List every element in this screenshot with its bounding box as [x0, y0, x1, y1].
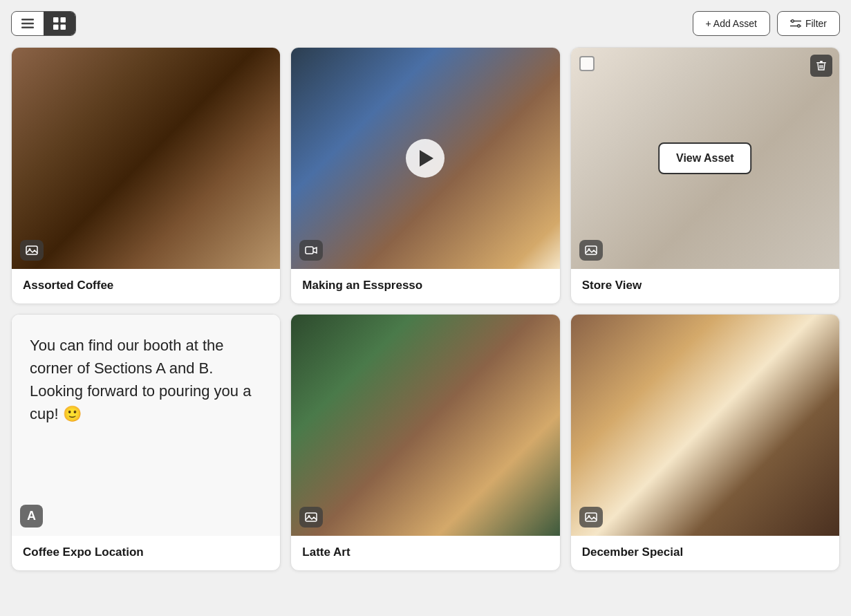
svg-point-7	[792, 20, 794, 23]
svg-rect-15	[306, 247, 313, 254]
delete-button[interactable]	[810, 55, 832, 77]
card-title-espresso: Making an Esspresso	[291, 269, 559, 304]
card-media-latte[interactable]	[291, 315, 559, 536]
card-media-text[interactable]: You can find our booth at the corner of …	[12, 315, 280, 536]
image-icon	[26, 244, 38, 256]
image-icon-december	[585, 511, 597, 523]
svg-rect-4	[61, 17, 66, 23]
image-type-badge	[20, 240, 44, 261]
svg-point-8	[798, 25, 801, 28]
view-toggle	[11, 11, 76, 36]
filter-icon	[790, 18, 801, 29]
svg-rect-3	[53, 17, 59, 23]
svg-rect-0	[21, 19, 34, 21]
svg-rect-2	[21, 27, 34, 29]
view-asset-button[interactable]: View Asset	[658, 142, 752, 174]
trash-icon	[816, 60, 826, 71]
svg-rect-16	[816, 62, 826, 64]
play-triangle-icon	[420, 150, 433, 167]
image-type-badge-latte	[299, 507, 323, 528]
svg-rect-5	[53, 25, 59, 30]
card-select-checkbox[interactable]	[579, 56, 595, 71]
svg-rect-23	[306, 513, 317, 521]
card-coffee-expo-location: You can find our booth at the corner of …	[11, 314, 281, 571]
card-assorted-coffee: Assorted Coffee	[11, 47, 281, 304]
svg-rect-13	[26, 246, 37, 254]
video-type-badge	[299, 240, 323, 261]
card-title-latte: Latte Art	[291, 536, 559, 570]
filter-button[interactable]: Filter	[777, 11, 840, 36]
grid-view-button[interactable]	[44, 12, 75, 35]
list-view-button[interactable]	[12, 12, 44, 35]
card-latte-art: Latte Art	[290, 314, 560, 571]
image-type-badge-december	[579, 507, 603, 528]
card-title-december: December Special	[571, 536, 839, 570]
toolbar-actions: + Add Asset Filter	[693, 11, 840, 36]
svg-rect-6	[61, 25, 66, 30]
text-type-badge: A	[20, 505, 43, 528]
asset-grid: Assorted Coffee Making an Esspresso	[11, 47, 840, 571]
card-december-special: December Special	[570, 314, 840, 571]
image-icon-store	[585, 244, 597, 256]
card-media-december[interactable]	[571, 315, 839, 536]
svg-rect-1	[21, 23, 34, 25]
svg-rect-17	[820, 61, 823, 62]
image-icon-latte	[305, 511, 317, 523]
toolbar: + Add Asset Filter	[11, 11, 840, 36]
card-title-assorted-coffee: Assorted Coffee	[12, 269, 280, 304]
grid-icon	[53, 17, 66, 30]
card-title-expo: Coffee Expo Location	[12, 536, 280, 570]
card-media-espresso[interactable]	[291, 48, 559, 269]
card-media-store[interactable]: View Asset	[571, 48, 839, 269]
list-icon	[21, 17, 34, 30]
image-type-badge-store	[579, 240, 603, 261]
card-media-assorted-coffee[interactable]	[12, 48, 280, 269]
card-title-store: Store View	[571, 269, 839, 304]
card-store-view: View Asset Store View	[570, 47, 840, 304]
play-button[interactable]	[406, 139, 445, 178]
add-asset-button[interactable]: + Add Asset	[693, 11, 770, 36]
svg-rect-25	[586, 513, 597, 521]
card-making-espresso: Making an Esspresso	[290, 47, 560, 304]
video-icon	[305, 244, 317, 256]
text-content: You can find our booth at the corner of …	[30, 334, 262, 425]
svg-rect-21	[586, 246, 597, 254]
